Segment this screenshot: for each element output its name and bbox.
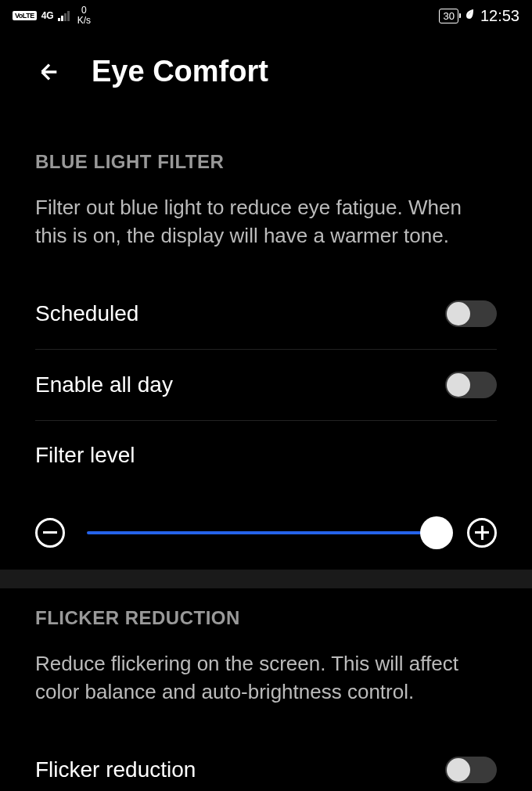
network-speed: 0 K/s [77, 5, 91, 26]
flicker-reduction-toggle[interactable] [445, 757, 497, 783]
increase-filter-button[interactable] [467, 518, 497, 548]
decrease-filter-button[interactable] [35, 518, 65, 548]
leaf-icon [463, 8, 476, 23]
status-left: VoLTE 4G 0 K/s [13, 5, 91, 26]
section-divider [0, 570, 532, 588]
scheduled-row[interactable]: Scheduled [35, 279, 497, 350]
network-type: 4G [41, 10, 54, 21]
filter-level-label: Filter level [35, 443, 135, 468]
status-bar: VoLTE 4G 0 K/s 30 12:53 [0, 0, 532, 31]
flicker-section-header: FLICKER REDUCTION [35, 607, 497, 629]
enable-all-day-row[interactable]: Enable all day [35, 350, 497, 421]
blue-light-description: Filter out blue light to reduce eye fati… [35, 193, 497, 250]
filter-level-slider-row [35, 490, 497, 563]
flicker-description: Reduce flickering on the screen. This wi… [35, 649, 497, 707]
enable-all-day-label: Enable all day [35, 372, 173, 397]
page-header: Eye Comfort [0, 31, 532, 107]
signal-bars-icon [58, 10, 70, 21]
arrow-left-icon [37, 59, 62, 84]
volte-badge: VoLTE [13, 11, 37, 20]
enable-all-day-toggle[interactable] [445, 372, 497, 398]
page-title: Eye Comfort [92, 55, 268, 88]
clock: 12:53 [480, 7, 519, 25]
flicker-reduction-row[interactable]: Flicker reduction [35, 735, 497, 791]
back-button[interactable] [35, 58, 63, 86]
flicker-reduction-label: Flicker reduction [35, 757, 196, 782]
scheduled-label: Scheduled [35, 301, 138, 326]
status-right: 30 12:53 [439, 7, 519, 25]
blue-light-section-header: BLUE LIGHT FILTER [35, 151, 497, 173]
scheduled-toggle[interactable] [445, 300, 497, 327]
filter-level-slider[interactable] [87, 531, 445, 534]
filter-level-row: Filter level [35, 421, 497, 490]
slider-thumb[interactable] [420, 516, 453, 549]
battery-indicator: 30 [439, 9, 458, 23]
